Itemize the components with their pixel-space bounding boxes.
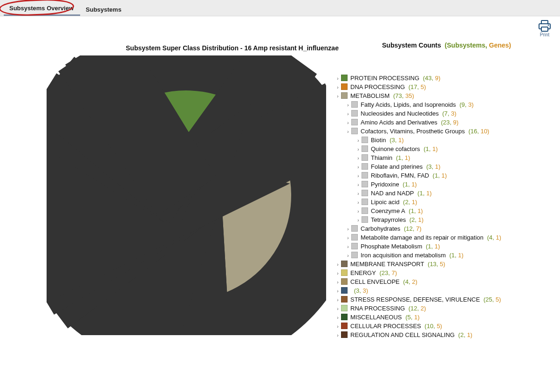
tree-label[interactable]: MISCELLANEOUS [350,314,402,321]
chevron-right-icon[interactable]: › [335,83,340,92]
tree-counts: (43, 9) [421,75,440,82]
tree-counts: (73, 35) [391,92,414,99]
tree-label[interactable]: Lipoic acid [371,199,399,206]
chevron-right-icon[interactable]: › [356,145,361,154]
chevron-right-icon[interactable]: › [335,331,340,340]
tree-counts: (9, 3) [458,101,474,108]
chevron-right-icon[interactable]: › [346,243,350,251]
tree-label[interactable]: Pyridoxine [371,181,399,188]
tree-node: ›Riboflavin, FMN, FAD (1, 1) [356,172,511,180]
color-swatch [341,323,348,329]
tree-label[interactable]: NAD and NADP [371,190,414,197]
tree-label[interactable]: ENERGY [350,269,376,276]
color-swatch [362,199,368,205]
tree-counts: (1, 1) [422,145,438,152]
tree-label[interactable]: Amino Acids and Derivatives [361,119,437,126]
chevron-right-icon[interactable]: › [346,225,350,234]
chevron-right-icon[interactable]: › [346,234,350,242]
tree-label[interactable]: Tetrapyrroles [371,216,406,223]
tree-counts: (25, 5) [482,296,501,303]
chevron-right-icon[interactable]: › [335,92,340,101]
chevron-right-icon[interactable]: › [356,207,361,216]
chevron-right-icon[interactable]: › [346,110,350,118]
color-swatch [362,216,368,223]
color-swatch [351,225,358,232]
chevron-right-icon[interactable]: › [356,181,361,189]
tree-label[interactable]: PROTEIN PROCESSING [350,75,419,82]
chevron-right-icon[interactable]: › [335,287,340,296]
tree-label[interactable]: METABOLISM [350,92,389,99]
tree-label[interactable]: STRESS RESPONSE, DEFENSE, VIRULENCE [350,296,480,303]
tree-node: ›Folate and pterines (3, 1) [356,163,511,172]
chevron-right-icon[interactable]: › [356,163,361,172]
tree-counts: (23, 9) [439,119,458,126]
tree-counts: (3, 1) [424,163,440,170]
tree-label[interactable]: Coenzyme A [371,207,405,214]
chevron-right-icon[interactable]: › [346,252,350,260]
tree-label[interactable]: Folate and pterines [371,163,423,170]
tree-node: ›Biotin (3, 1) [356,136,511,145]
tree-node: ›Amino Acids and Derivatives (23, 9) [346,118,511,127]
chevron-right-icon[interactable]: › [356,216,361,225]
tree-node: ›PROTEIN PROCESSING (43, 9) [335,74,511,83]
tree-counts: (1, 1) [401,181,417,188]
print-button[interactable]: Print [538,20,552,37]
tree-label[interactable]: Iron acquisition and metabolism [361,252,446,259]
color-swatch [362,154,368,161]
tree-node: ›MISCELLANEOUS (5, 1) [335,313,511,322]
tree-label[interactable]: Biotin [371,137,386,144]
tree-label[interactable]: CELLULAR PROCESSES [350,323,421,330]
color-swatch [341,278,348,285]
tree-label[interactable]: Thiamin [371,154,392,161]
tree-counts: (3, 1) [388,137,404,144]
legend-title: Subsystem Counts [382,41,441,49]
tree-counts: (23, 7) [378,269,397,276]
chevron-right-icon[interactable]: › [335,75,340,83]
chevron-right-icon[interactable]: › [335,269,340,278]
chevron-right-icon[interactable]: › [346,101,350,110]
tree-counts: (10, 5) [423,323,442,330]
tree-node: ›NAD and NADP (1, 1) [356,189,511,198]
tree-label[interactable]: Quinone cofactors [371,145,420,152]
chevron-right-icon[interactable]: › [356,199,361,207]
tree-label[interactable]: Nucleosides and Nucleotides [361,110,439,117]
chevron-right-icon[interactable]: › [335,296,340,304]
tree-label[interactable]: Cofactors, Vitamins, Prosthetic Groups [361,128,465,135]
tree-label[interactable]: DNA PROCESSING [350,83,405,90]
tree-counts: (1, 1) [431,172,447,179]
tree-label[interactable]: Fatty Acids, Lipids, and Isoprenoids [361,101,456,108]
svg-rect-2 [541,27,548,31]
tree-node: ›Iron acquisition and metabolism (1, 1) [346,251,511,260]
tree-node: ›RNA PROCESSING (12, 2) [335,304,511,313]
tree-label[interactable]: CELL ENVELOPE [350,278,400,285]
chevron-right-icon[interactable]: › [335,305,340,313]
chevron-right-icon[interactable]: › [356,190,361,198]
chevron-right-icon[interactable]: › [346,128,350,136]
chevron-right-icon[interactable]: › [346,119,350,127]
tree-label[interactable]: Phosphate Metabolism [361,243,422,250]
svg-rect-0 [541,21,548,24]
tree-label[interactable]: REGULATION AND CELL SIGNALING [350,331,455,338]
chevron-right-icon[interactable]: › [356,137,361,145]
chevron-right-icon[interactable]: › [335,323,340,331]
chevron-right-icon[interactable]: › [335,278,340,287]
tree-node: ›Coenzyme A (1, 1) [356,207,511,216]
chevron-right-icon[interactable]: › [356,172,361,180]
tree-label[interactable]: Riboflavin, FMN, FAD [371,172,429,179]
chevron-right-icon[interactable]: › [335,261,340,269]
tab-subsystems-overview[interactable]: Subsystems Overview [4,2,80,16]
tree-node: ›Metabolite damage and its repair or mit… [346,234,511,242]
tab-subsystems[interactable]: Subsystems [80,3,128,16]
tree-label[interactable]: Metabolite damage and its repair or miti… [361,234,484,241]
color-swatch [341,261,348,267]
tree-label[interactable]: MEMBRANE TRANSPORT [350,261,424,268]
tree-label[interactable]: Carbohydrates [361,225,400,232]
chevron-right-icon[interactable]: › [356,154,361,163]
tree-label[interactable]: RNA PROCESSING [350,305,405,312]
color-swatch [362,145,368,152]
legend-header: Subsystem Counts (Subsystems, Genes) [382,41,511,49]
tree-counts: (5, 1) [404,314,420,321]
chevron-right-icon[interactable]: › [335,314,340,322]
color-swatch [341,331,348,338]
color-swatch [351,119,358,125]
